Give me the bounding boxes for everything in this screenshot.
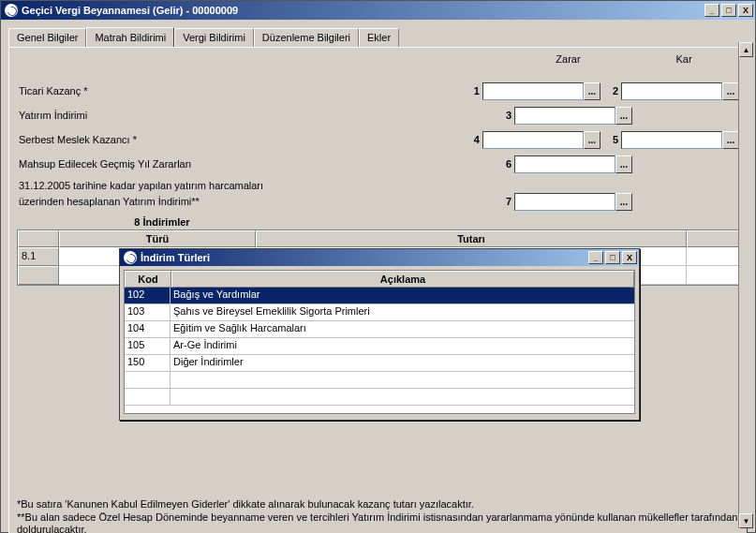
- window-controls: _ □ X: [704, 4, 753, 17]
- main-window: Geçici Vergi Beyannamesi (Gelir) - 00000…: [0, 0, 756, 533]
- input-2-kar[interactable]: [621, 82, 722, 100]
- lookup-6[interactable]: ...: [615, 155, 632, 173]
- tabstrip: Genel Bilgiler Matrah Bildirimi Vergi Bi…: [8, 27, 748, 47]
- popup-maximize-button[interactable]: □: [605, 251, 620, 264]
- popup-row-150[interactable]: 150 Diğer İndirimler: [125, 355, 634, 372]
- label-yh-line2: üzerinden hesaplanan Yatırım İndirimi**: [17, 196, 498, 207]
- popup-row-103[interactable]: 103 Şahıs ve Bireysel Emeklilik Sigorta …: [125, 304, 634, 321]
- footnote-2: **Bu alan sadece Özel Hesap Döneminde be…: [17, 511, 739, 534]
- popup-row-105[interactable]: 105 Ar-Ge İndirimi: [125, 338, 634, 355]
- maximize-button[interactable]: □: [721, 4, 736, 17]
- label-gecmis-yil: Mahsup Edilecek Geçmiş Yıl Zararları: [17, 158, 498, 170]
- minimize-button[interactable]: _: [704, 4, 719, 17]
- column-headers: Zarar Kar: [9, 53, 737, 65]
- row-yatirim-harcama-line2: üzerinden hesaplanan Yatırım İndirimi** …: [17, 192, 739, 211]
- label-yatirim-indirimi: Yatırım İndirimi: [17, 110, 498, 121]
- scroll-down-button[interactable]: ▼: [739, 513, 753, 528]
- row-gecmis-yil: Mahsup Edilecek Geçmiş Yıl Zararları 6 .…: [17, 155, 739, 173]
- grid-header-tutari: Tutarı: [256, 230, 687, 247]
- tab-ekler[interactable]: Ekler: [359, 28, 399, 48]
- popup-close-button[interactable]: X: [622, 251, 637, 264]
- tab-matrah-bildirimi[interactable]: Matrah Bildirimi: [86, 27, 174, 47]
- row-ticari-kazanc: Ticari Kazanç * 1 ... 2 ...: [17, 81, 739, 100]
- tab-duzenleme-bilgileri[interactable]: Düzenleme Bilgileri: [254, 28, 359, 48]
- popup-row-empty-2[interactable]: [125, 389, 634, 406]
- window-title: Geçici Vergi Beyannamesi (Gelir) - 00000…: [22, 5, 704, 16]
- label-yh-line1: 31.12.2005 tarihine kadar yapılan yatırı…: [17, 180, 739, 191]
- lookup-2-kar[interactable]: ...: [722, 82, 739, 100]
- num-2: 2: [606, 85, 618, 96]
- num-7: 7: [498, 196, 511, 207]
- row-yatirim-harcama-line1: 31.12.2005 tarihine kadar yapılan yatırı…: [17, 179, 739, 192]
- popup-titlebar: İndirim Türleri _ □ X: [120, 249, 639, 266]
- scroll-up-button[interactable]: ▲: [739, 42, 753, 57]
- section-8-title: 8 İndirimler: [17, 216, 307, 228]
- lookup-4[interactable]: ...: [584, 131, 600, 149]
- num-4: 4: [467, 134, 480, 145]
- footnote-1: *Bu satıra 'Kanunen Kabul Edilmeyen Gide…: [17, 498, 739, 511]
- label-ticari-kazanc: Ticari Kazanç *: [17, 85, 467, 96]
- popup-title: İndirim Türleri: [141, 252, 588, 263]
- tab-genel-bilgiler[interactable]: Genel Bilgiler: [8, 28, 86, 48]
- lookup-5[interactable]: ...: [722, 131, 739, 149]
- popup-row-empty-1[interactable]: [125, 372, 634, 389]
- app-icon: [5, 4, 18, 17]
- num-5: 5: [606, 134, 618, 145]
- popup-row-102[interactable]: 102 Bağış ve Yardımlar: [125, 288, 634, 304]
- footnotes: *Bu satıra 'Kanunen Kabul Edilmeyen Gide…: [17, 498, 739, 533]
- grid-header-turu: Türü: [59, 230, 256, 247]
- input-4[interactable]: [482, 131, 584, 149]
- input-7[interactable]: [514, 193, 615, 211]
- num-1: 1: [467, 85, 480, 96]
- vertical-scrollbar[interactable]: ▲ ▼: [738, 42, 753, 528]
- popup-minimize-button[interactable]: _: [588, 251, 603, 264]
- titlebar: Geçici Vergi Beyannamesi (Gelir) - 00000…: [1, 1, 755, 20]
- header-kar: Kar: [630, 53, 737, 65]
- popup-icon: [124, 251, 137, 264]
- num-3: 3: [498, 110, 511, 121]
- popup-header-kod: Kod: [125, 271, 171, 288]
- lookup-3[interactable]: ...: [615, 107, 632, 125]
- popup-row-104[interactable]: 104 Eğitim ve Sağlık Harcamaları: [125, 321, 634, 338]
- lookup-7[interactable]: ...: [615, 193, 632, 211]
- close-button[interactable]: X: [738, 4, 753, 17]
- input-6[interactable]: [514, 155, 615, 173]
- row-yatirim-indirimi: Yatırım İndirimi 3 ...: [17, 106, 739, 125]
- lookup-1-zarar[interactable]: ...: [584, 82, 600, 100]
- grid-row-code: 8.1: [18, 247, 59, 266]
- popup-grid: Kod Açıklama 102 Bağış ve Yardımlar 103 …: [124, 270, 635, 414]
- row-serbest-meslek: Serbest Meslek Kazancı * 4 ... 5 ...: [17, 130, 739, 149]
- tab-vergi-bildirimi[interactable]: Vergi Bildirimi: [174, 28, 254, 48]
- popup-indirim-turleri: İndirim Türleri _ □ X Kod Açıklama 102 B…: [119, 248, 640, 421]
- label-serbest-meslek: Serbest Meslek Kazancı *: [17, 134, 467, 145]
- num-6: 6: [498, 158, 511, 170]
- header-zarar: Zarar: [506, 53, 630, 65]
- grid-rowhead: [18, 230, 59, 247]
- popup-header-aciklama: Açıklama: [171, 271, 634, 288]
- input-1-zarar[interactable]: [482, 82, 584, 100]
- input-3[interactable]: [514, 107, 615, 125]
- input-5[interactable]: [621, 131, 722, 149]
